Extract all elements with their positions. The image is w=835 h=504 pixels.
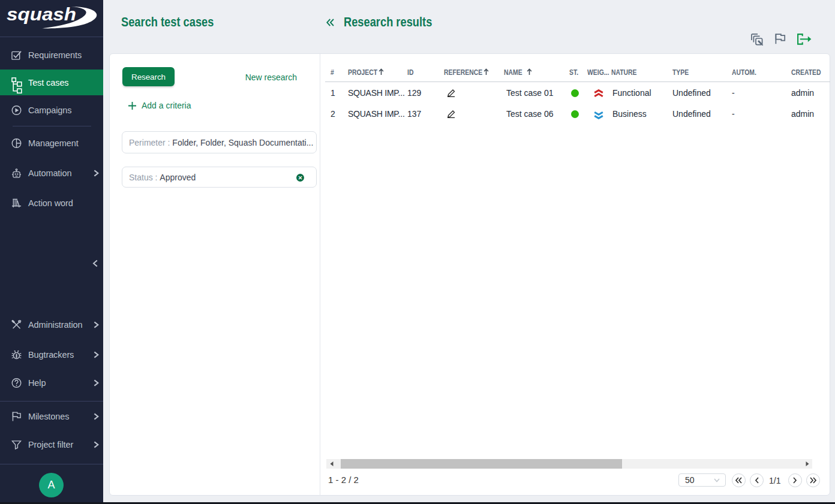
svg-text:squash: squash: [7, 5, 76, 24]
